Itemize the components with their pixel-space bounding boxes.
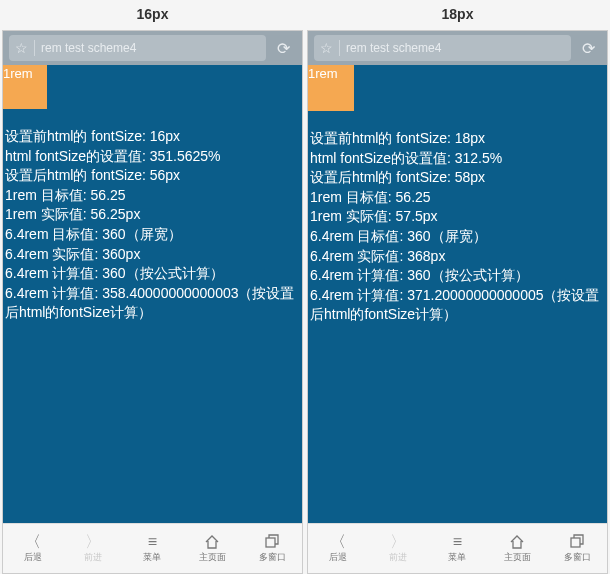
nav-back[interactable]: 〈 后退 — [308, 524, 368, 573]
info-line: 6.4rem 计算值: 371.20000000000005（按设置后html的… — [310, 286, 603, 325]
info-line: 6.4rem 实际值: 360px — [5, 245, 298, 265]
column-header: 16px — [2, 0, 303, 30]
svg-rect-1 — [571, 538, 580, 547]
address-box[interactable]: ☆ rem test scheme4 — [9, 35, 266, 61]
info-line: 6.4rem 目标值: 360（屏宽） — [310, 227, 603, 247]
nav-label: 多窗口 — [564, 551, 591, 564]
star-icon[interactable]: ☆ — [320, 41, 333, 55]
nav-label: 主页面 — [504, 551, 531, 564]
refresh-button[interactable]: ⟳ — [270, 35, 296, 61]
nav-home[interactable]: 主页面 — [487, 524, 547, 573]
address-box[interactable]: ☆ rem test scheme4 — [314, 35, 571, 61]
info-line: html fontSize的设置值: 312.5% — [310, 149, 603, 169]
chevron-right-icon: 〉 — [390, 534, 406, 550]
info-line: 6.4rem 计算值: 358.40000000000003（按设置后html的… — [5, 284, 298, 323]
info-line: 设置后html的 fontSize: 56px — [5, 166, 298, 186]
rem-box: 1rem — [3, 65, 47, 109]
info-line: 设置后html的 fontSize: 58px — [310, 168, 603, 188]
nav-label: 前进 — [84, 551, 102, 564]
nav-menu[interactable]: ≡ 菜单 — [428, 524, 488, 573]
comparison-container: 16px ☆ rem test scheme4 ⟳ 1rem 设置前html的 … — [0, 0, 610, 574]
nav-label: 后退 — [329, 551, 347, 564]
windows-icon — [264, 534, 280, 550]
separator — [34, 40, 35, 56]
nav-label: 菜单 — [448, 551, 466, 564]
info-line: 1rem 目标值: 56.25 — [5, 186, 298, 206]
nav-forward[interactable]: 〉 前进 — [368, 524, 428, 573]
refresh-icon: ⟳ — [277, 39, 290, 58]
info-lines: 设置前html的 fontSize: 18px html fontSize的设置… — [310, 129, 603, 325]
nav-label: 多窗口 — [259, 551, 286, 564]
info-line: 1rem 目标值: 56.25 — [310, 188, 603, 208]
page-viewport: 1rem 设置前html的 fontSize: 18px html fontSi… — [308, 65, 607, 523]
info-line: html fontSize的设置值: 351.5625% — [5, 147, 298, 167]
nav-windows[interactable]: 多窗口 — [242, 524, 302, 573]
info-lines: 设置前html的 fontSize: 16px html fontSize的设置… — [5, 127, 298, 323]
info-line: 设置前html的 fontSize: 18px — [310, 129, 603, 149]
windows-icon — [569, 534, 585, 550]
phone-column-18px: 18px ☆ rem test scheme4 ⟳ 1rem 设置前html的 … — [305, 0, 610, 574]
nav-home[interactable]: 主页面 — [182, 524, 242, 573]
phone-column-16px: 16px ☆ rem test scheme4 ⟳ 1rem 设置前html的 … — [0, 0, 305, 574]
chevron-left-icon: 〈 — [25, 534, 41, 550]
rem-box-label: 1rem — [3, 66, 33, 81]
info-line: 6.4rem 计算值: 360（按公式计算） — [310, 266, 603, 286]
info-line: 设置前html的 fontSize: 16px — [5, 127, 298, 147]
nav-label: 主页面 — [199, 551, 226, 564]
column-header: 18px — [307, 0, 608, 30]
info-line: 1rem 实际值: 57.5px — [310, 207, 603, 227]
chevron-left-icon: 〈 — [330, 534, 346, 550]
refresh-button[interactable]: ⟳ — [575, 35, 601, 61]
nav-label: 菜单 — [143, 551, 161, 564]
nav-menu[interactable]: ≡ 菜单 — [123, 524, 183, 573]
bottom-nav: 〈 后退 〉 前进 ≡ 菜单 主页面 — [3, 523, 302, 573]
home-icon — [204, 534, 220, 550]
rem-box: 1rem — [308, 65, 354, 111]
menu-icon: ≡ — [453, 534, 462, 550]
info-line: 1rem 实际值: 56.25px — [5, 205, 298, 225]
browser-address-bar: ☆ rem test scheme4 ⟳ — [3, 31, 302, 65]
rem-box-label: 1rem — [308, 66, 338, 81]
url-text: rem test scheme4 — [346, 41, 441, 55]
refresh-icon: ⟳ — [582, 39, 595, 58]
menu-icon: ≡ — [148, 534, 157, 550]
url-text: rem test scheme4 — [41, 41, 136, 55]
separator — [339, 40, 340, 56]
page-viewport: 1rem 设置前html的 fontSize: 16px html fontSi… — [3, 65, 302, 523]
phone-frame: ☆ rem test scheme4 ⟳ 1rem 设置前html的 fontS… — [307, 30, 608, 574]
phone-frame: ☆ rem test scheme4 ⟳ 1rem 设置前html的 fontS… — [2, 30, 303, 574]
chevron-right-icon: 〉 — [85, 534, 101, 550]
nav-label: 前进 — [389, 551, 407, 564]
home-icon — [509, 534, 525, 550]
nav-back[interactable]: 〈 后退 — [3, 524, 63, 573]
bottom-nav: 〈 后退 〉 前进 ≡ 菜单 主页面 — [308, 523, 607, 573]
info-line: 6.4rem 目标值: 360（屏宽） — [5, 225, 298, 245]
browser-address-bar: ☆ rem test scheme4 ⟳ — [308, 31, 607, 65]
nav-windows[interactable]: 多窗口 — [547, 524, 607, 573]
star-icon[interactable]: ☆ — [15, 41, 28, 55]
info-line: 6.4rem 实际值: 368px — [310, 247, 603, 267]
info-line: 6.4rem 计算值: 360（按公式计算） — [5, 264, 298, 284]
nav-forward[interactable]: 〉 前进 — [63, 524, 123, 573]
svg-rect-0 — [266, 538, 275, 547]
nav-label: 后退 — [24, 551, 42, 564]
